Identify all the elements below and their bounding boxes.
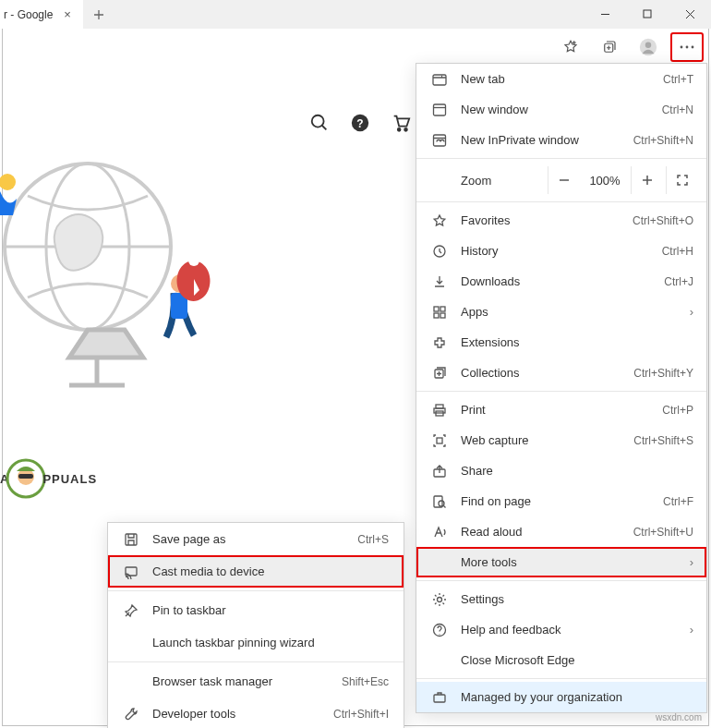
submenu-developer-tools[interactable]: Developer tools Ctrl+Shift+I: [108, 698, 404, 728]
menu-share[interactable]: Share: [416, 455, 706, 486]
fullscreen-button[interactable]: [666, 166, 697, 194]
watermark-rest: PPUALS: [42, 472, 97, 486]
submenu-save-page[interactable]: Save page as Ctrl+S: [108, 523, 404, 555]
menu-label: Web capture: [461, 433, 621, 447]
chevron-right-icon: ›: [690, 623, 693, 637]
menu-shortcut: Ctrl+P: [662, 404, 693, 417]
submenu-shortcut: Ctrl+Shift+I: [333, 708, 389, 721]
svg-point-7: [312, 115, 324, 127]
tab-bar: r - Google ×: [0, 0, 711, 29]
svg-point-6: [692, 46, 694, 49]
menu-new-inprivate[interactable]: New InPrivate window Ctrl+Shift+N: [416, 125, 706, 155]
submenu-label: Cast media to device: [152, 564, 389, 578]
cart-icon[interactable]: [391, 113, 411, 133]
collections-icon[interactable]: [593, 32, 626, 62]
menu-shortcut: Ctrl+Shift+Y: [633, 367, 693, 380]
svg-rect-35: [434, 496, 442, 507]
submenu-launch-pin-wizard[interactable]: Launch taskbar pinning wizard: [108, 626, 404, 659]
zoom-out-button[interactable]: [548, 166, 579, 194]
menu-shortcut: Ctrl+H: [662, 245, 693, 258]
menu-find[interactable]: Find on page Ctrl+F: [416, 486, 706, 516]
svg-point-17: [188, 255, 199, 266]
menu-print[interactable]: Print Ctrl+P: [416, 394, 706, 425]
menu-label: Print: [461, 403, 649, 417]
svg-point-5: [686, 46, 689, 49]
zoom-label: Zoom: [431, 174, 548, 188]
svg-rect-22: [434, 104, 446, 115]
collections-menu-icon: [431, 365, 448, 382]
submenu-label: Launch taskbar pinning wizard: [152, 636, 389, 649]
search-icon[interactable]: [309, 113, 330, 133]
gear-icon: [431, 591, 448, 608]
menu-shortcut: Ctrl+Shift+O: [633, 214, 693, 227]
svg-text:?: ?: [356, 117, 363, 130]
submenu-pin-taskbar[interactable]: Pin to taskbar: [108, 594, 404, 626]
new-tab-icon: [431, 71, 448, 88]
svg-point-36: [439, 501, 444, 506]
appuals-watermark: A PPUALS: [0, 458, 97, 499]
close-window-button[interactable]: [669, 0, 711, 29]
svg-rect-26: [440, 307, 445, 311]
menu-help[interactable]: Help and feedback ›: [416, 614, 706, 645]
submenu-label: Developer tools: [152, 707, 320, 721]
menu-favorites[interactable]: Favorites Ctrl+Shift+O: [416, 205, 706, 236]
pin-icon: [123, 602, 139, 619]
menu-shortcut: Ctrl+Shift+N: [633, 134, 693, 147]
maximize-button[interactable]: [626, 0, 669, 29]
svg-rect-33: [437, 438, 442, 443]
menu-apps[interactable]: Apps ›: [416, 297, 706, 327]
menu-more-tools[interactable]: More tools ›: [416, 547, 706, 577]
blank-icon: [431, 652, 448, 669]
menu-label: Share: [461, 464, 693, 478]
submenu-task-manager[interactable]: Browser task manager Shift+Esc: [108, 665, 404, 698]
submenu-cast-media[interactable]: Cast media to device: [108, 555, 404, 588]
menu-label: Read aloud: [461, 525, 621, 539]
zoom-in-button[interactable]: [631, 166, 662, 194]
chevron-right-icon: ›: [690, 555, 693, 569]
settings-menu: New tab Ctrl+T New window Ctrl+N New InP…: [416, 63, 707, 713]
favorites-icon[interactable]: [554, 32, 587, 62]
submenu-shortcut: Ctrl+S: [357, 533, 389, 546]
menu-label: New tab: [461, 72, 650, 86]
menu-label: More tools: [461, 555, 677, 569]
menu-read-aloud[interactable]: Read aloud Ctrl+Shift+U: [416, 516, 706, 547]
toolbar: [554, 29, 704, 66]
capture-icon: [431, 432, 448, 449]
tab-title: r - Google: [4, 8, 61, 21]
menu-downloads[interactable]: Downloads Ctrl+J: [416, 266, 706, 297]
svg-rect-20: [18, 474, 33, 479]
menu-label: Settings: [461, 592, 693, 606]
minimize-button[interactable]: [584, 0, 626, 29]
menu-extensions[interactable]: Extensions: [416, 327, 706, 358]
svg-rect-0: [644, 10, 651, 18]
close-tab-icon[interactable]: ×: [61, 8, 74, 21]
page-content: ? A PPUALS Norge: [0, 67, 416, 584]
extensions-icon: [431, 334, 448, 351]
profile-icon[interactable]: [632, 32, 665, 62]
svg-rect-27: [434, 313, 439, 318]
help-icon[interactable]: ?: [350, 113, 370, 133]
menu-close-edge[interactable]: Close Microsoft Edge: [416, 645, 706, 675]
menu-history[interactable]: History Ctrl+H: [416, 236, 706, 266]
menu-collections[interactable]: Collections Ctrl+Shift+Y: [416, 358, 706, 388]
new-tab-button[interactable]: [83, 0, 114, 29]
more-menu-button[interactable]: [670, 32, 704, 62]
menu-shortcut: Ctrl+F: [663, 495, 693, 508]
menu-settings[interactable]: Settings: [416, 584, 706, 614]
svg-rect-25: [434, 307, 439, 311]
menu-new-window[interactable]: New window Ctrl+N: [416, 94, 706, 125]
menu-label: Extensions: [461, 335, 693, 349]
browser-tab[interactable]: r - Google ×: [0, 0, 83, 29]
menu-web-capture[interactable]: Web capture Ctrl+Shift+S: [416, 425, 706, 455]
menu-label: History: [461, 244, 649, 258]
menu-new-tab[interactable]: New tab Ctrl+T: [416, 64, 706, 94]
menu-label: New InPrivate window: [461, 133, 621, 147]
find-icon: [431, 493, 448, 510]
save-icon: [123, 531, 139, 548]
menu-managed-by-org[interactable]: Managed by your organization: [416, 682, 706, 712]
svg-point-37: [438, 597, 442, 601]
zoom-value: 100%: [583, 174, 627, 188]
menu-shortcut: Ctrl+N: [662, 103, 693, 116]
more-tools-submenu: Save page as Ctrl+S Cast media to device…: [107, 522, 404, 728]
share-icon: [431, 463, 448, 479]
